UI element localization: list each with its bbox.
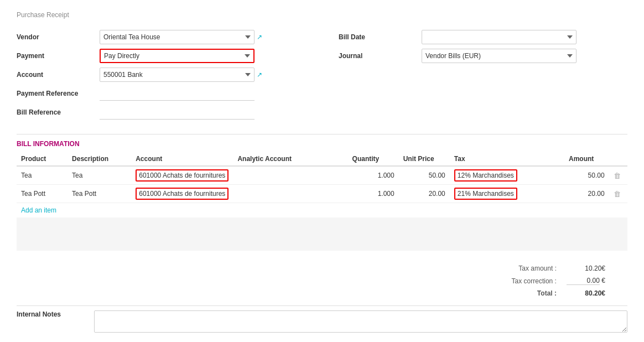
payment-select[interactable]: Pay Directly <box>100 49 255 63</box>
bill-table-header: Product Description Account Analytic Acc… <box>17 152 627 166</box>
tax-correction-input[interactable] <box>567 277 600 285</box>
add-item-button[interactable]: Add an item <box>17 203 61 217</box>
journal-label: Journal <box>339 52 416 60</box>
add-item-container: Add an item <box>17 203 627 217</box>
journal-field: Vendor Bills (EUR) <box>422 49 627 63</box>
account-row: Account 550001 Bank ↗ <box>17 68 305 82</box>
col-header-amount: Amount <box>564 152 609 166</box>
account-label: Account <box>17 71 94 79</box>
account-select[interactable]: 550001 Bank <box>100 68 255 82</box>
cell-tax: 21% Marchandises <box>450 185 564 203</box>
bill-ref-field <box>100 105 305 120</box>
form-section: Vendor Oriental Tea House ↗ Payment Pay … <box>17 30 627 124</box>
col-header-tax: Tax <box>450 152 564 166</box>
payment-ref-row: Payment Reference <box>17 86 305 101</box>
cell-account: 601000 Achats de fournitures <box>131 166 233 185</box>
empty-space <box>17 217 627 251</box>
account-field: 550001 Bank ↗ <box>100 68 305 82</box>
col-header-analytic: Analytic Account <box>233 152 347 166</box>
payment-field: Pay Directly <box>100 49 305 63</box>
col-header-unit-price: Unit Price <box>399 152 450 166</box>
bill-info-section-title: BILL INFORMATION <box>17 140 627 148</box>
form-left-col: Vendor Oriental Tea House ↗ Payment Pay … <box>17 30 305 124</box>
purchase-receipt-page: Purchase Receipt Vendor Oriental Tea Hou… <box>0 0 644 342</box>
tax-correction-row: Tax correction : € <box>507 275 610 287</box>
page-title: Purchase Receipt <box>17 11 627 19</box>
cell-description: Tea <box>67 166 131 185</box>
cell-amount: 20.00 <box>564 185 609 203</box>
cell-amount: 50.00 <box>564 166 609 185</box>
bill-table: Product Description Account Analytic Acc… <box>17 152 627 203</box>
internal-notes-textarea[interactable] <box>94 310 627 333</box>
cell-delete: 🗑 <box>609 166 627 185</box>
journal-select[interactable]: Vendor Bills (EUR) <box>422 49 577 63</box>
tax-amount-label: Tax amount : <box>507 263 561 274</box>
col-header-delete <box>609 152 627 166</box>
payment-row: Payment Pay Directly <box>17 49 305 63</box>
account-external-link-icon[interactable]: ↗ <box>257 71 262 79</box>
cell-analytic <box>233 166 347 185</box>
bill-ref-label: Bill Reference <box>17 108 94 116</box>
cell-product: Tea Pott <box>17 185 67 203</box>
cell-quantity: 1.000 <box>348 185 399 203</box>
vendor-select[interactable]: Oriental Tea House <box>100 30 255 44</box>
vendor-row: Vendor Oriental Tea House ↗ <box>17 30 305 44</box>
delete-row-icon[interactable]: 🗑 <box>614 190 621 198</box>
cell-account: 601000 Achats de fournitures <box>131 185 233 203</box>
form-right-col: Bill Date Journal Vendor Bills (EUR) <box>339 30 627 124</box>
col-header-account: Account <box>131 152 233 166</box>
vendor-field: Oriental Tea House ↗ <box>100 30 305 44</box>
payment-ref-input[interactable] <box>100 86 255 101</box>
cell-description: Tea Pott <box>67 185 131 203</box>
total-label: Total : <box>507 288 561 299</box>
payment-ref-field <box>100 86 305 101</box>
total-row: Total : 80.20€ <box>507 288 610 299</box>
vendor-label: Vendor <box>17 33 94 41</box>
internal-notes-label: Internal Notes <box>17 310 94 318</box>
col-header-description: Description <box>67 152 131 166</box>
vendor-external-link-icon[interactable]: ↗ <box>257 33 262 41</box>
bill-date-select[interactable] <box>422 30 577 44</box>
cell-unit-price: 50.00 <box>399 166 450 185</box>
table-row: Tea Pott Tea Pott 601000 Achats de fourn… <box>17 185 627 203</box>
bill-ref-row: Bill Reference <box>17 105 305 120</box>
cell-unit-price: 20.00 <box>399 185 450 203</box>
tax-correction-currency: € <box>601 277 605 284</box>
cell-product: Tea <box>17 166 67 185</box>
tax-correction-label: Tax correction : <box>507 275 561 287</box>
summary-table: Tax amount : 10.20€ Tax correction : € T… <box>506 262 611 300</box>
tax-amount-row: Tax amount : 10.20€ <box>507 263 610 274</box>
col-header-quantity: Quantity <box>348 152 399 166</box>
cell-quantity: 1.000 <box>348 166 399 185</box>
total-value: 80.20€ <box>562 288 610 299</box>
delete-row-icon[interactable]: 🗑 <box>614 172 621 180</box>
bill-date-field <box>422 30 627 44</box>
cell-analytic <box>233 185 347 203</box>
section-divider <box>17 134 627 134</box>
cell-delete: 🗑 <box>609 185 627 203</box>
col-header-product: Product <box>17 152 67 166</box>
tax-correction-field: € <box>562 275 610 287</box>
bill-date-row: Bill Date <box>339 30 627 44</box>
tax-amount-value: 10.20€ <box>562 263 610 274</box>
payment-ref-label: Payment Reference <box>17 90 94 97</box>
journal-row: Journal Vendor Bills (EUR) <box>339 49 627 63</box>
internal-notes-section: Internal Notes <box>17 305 627 333</box>
bill-date-label: Bill Date <box>339 33 416 41</box>
payment-label: Payment <box>17 52 94 60</box>
cell-tax: 12% Marchandises <box>450 166 564 185</box>
summary-section: Tax amount : 10.20€ Tax correction : € T… <box>17 262 627 300</box>
table-row: Tea Tea 601000 Achats de fournitures 1.0… <box>17 166 627 185</box>
bill-ref-input[interactable] <box>100 105 255 120</box>
